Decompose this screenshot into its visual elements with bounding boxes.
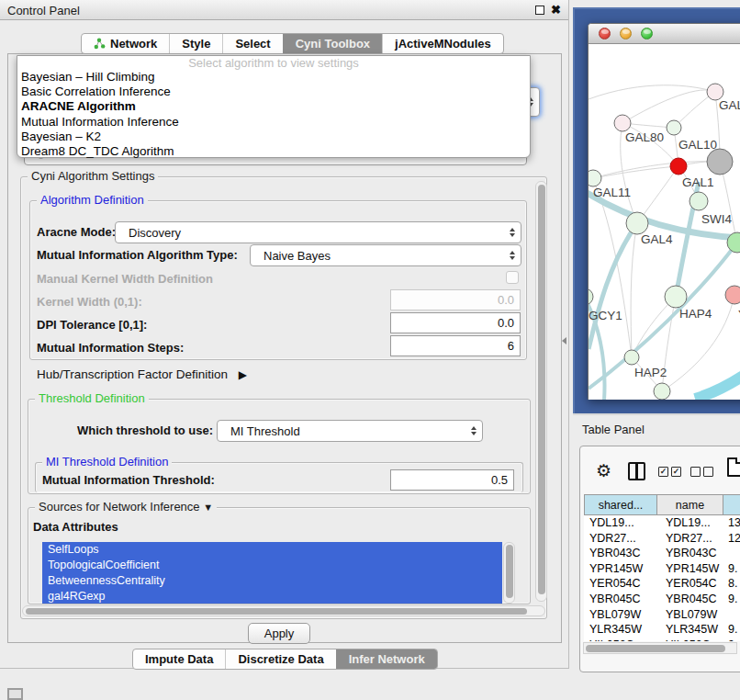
network-window-titlebar[interactable]: [589, 24, 740, 44]
table-cell: YBR045C: [666, 593, 717, 605]
algorithm-option[interactable]: Mutual Information Inference: [17, 115, 530, 130]
algorithm-option[interactable]: Dream8 DC_TDC Algorithm: [17, 144, 530, 159]
window-close-icon[interactable]: [599, 28, 611, 40]
gear-icon[interactable]: ⚙: [596, 460, 611, 481]
tab-infer-network[interactable]: Infer Network: [336, 649, 437, 669]
network-edge[interactable]: [622, 90, 715, 123]
table-cell: YLR345W: [589, 623, 642, 636]
data-attributes-label: Data Attributes: [33, 520, 118, 534]
tab-jactivemnodules[interactable]: jActiveMNodules: [382, 34, 503, 53]
manual-kernel-checkbox[interactable]: [506, 271, 519, 284]
column-header-shared[interactable]: shared...: [584, 494, 657, 515]
network-node-gal10[interactable]: [667, 120, 681, 135]
column-header-name[interactable]: name: [657, 494, 723, 515]
table-row[interactable]: YER054CYER054C8.: [584, 576, 740, 592]
aracne-mode-combobox[interactable]: Discovery: [115, 221, 521, 243]
table-cell: YBL079W: [589, 608, 641, 621]
window-minimize-icon[interactable]: [620, 28, 632, 40]
network-edge[interactable]: [631, 223, 637, 357]
table-row[interactable]: YDR27...YDR27...12: [584, 531, 740, 547]
algorithm-option[interactable]: Bayesian – K2: [17, 130, 530, 144]
combo-arrows-icon: [471, 421, 477, 441]
collapse-down-icon[interactable]: ▼: [203, 502, 213, 513]
kernel-width-value: 0.0: [498, 293, 514, 307]
table-row[interactable]: YLR345WYLR345W9.: [584, 622, 740, 638]
table-row[interactable]: YIL052CYIL052C9: [584, 638, 740, 641]
columns-icon[interactable]: [628, 462, 645, 480]
network-canvas[interactable]: GALGAL80GAL10GAL1GAL11SWI4GAL4GCY1HAP4YH…: [589, 44, 740, 400]
tab-impute-data[interactable]: Impute Data: [133, 649, 225, 669]
table-cell: YPR145W: [589, 562, 643, 575]
network-node-swi4[interactable]: [690, 192, 708, 210]
tab-style[interactable]: Style: [169, 34, 222, 53]
network-view-window: GALGAL80GAL10GAL1GAL11SWI4GAL4GCY1HAP4YH…: [588, 23, 740, 400]
network-node-gal4[interactable]: [626, 212, 648, 234]
network-node-gal11[interactable]: [589, 170, 601, 186]
dpi-tolerance-field[interactable]: 0.0: [390, 312, 521, 333]
checked-box-icon[interactable]: ✓: [671, 467, 681, 477]
network-node-label: GAL1: [682, 175, 714, 189]
tab-network[interactable]: Network: [82, 34, 169, 53]
apply-button[interactable]: Apply: [248, 623, 310, 644]
float-panel-icon[interactable]: [535, 6, 544, 15]
settings-vertical-scrollbar[interactable]: [535, 181, 547, 602]
table-cell: 8.: [728, 577, 737, 590]
algorithm-option[interactable]: ARACNE Algorithm: [17, 99, 530, 114]
network-node-hap2[interactable]: [624, 350, 639, 365]
tab-select[interactable]: Select: [222, 34, 282, 53]
attributes-scrollbar[interactable]: [503, 542, 515, 604]
unchecked-box-icon[interactable]: [703, 467, 713, 477]
kernel-width-field[interactable]: 0.0: [390, 289, 521, 310]
table-cell: YIL052C: [589, 638, 634, 641]
mi-steps-field[interactable]: 6: [390, 335, 521, 356]
mi-threshold-title: MI Threshold Definition: [42, 455, 172, 469]
table-row[interactable]: YBR045CYBR045C9.: [584, 592, 740, 607]
table-horizontal-scrollbar[interactable]: [583, 642, 737, 654]
algorithm-list: Bayesian – Hill ClimbingBasic Correlatio…: [17, 70, 530, 159]
network-node-gal1[interactable]: [670, 158, 687, 175]
tab-cyni-toolbox[interactable]: Cyni Toolbox: [283, 34, 382, 53]
algorithm-option[interactable]: Bayesian – Hill Climbing: [17, 70, 530, 85]
minimized-panel-icon[interactable]: [7, 688, 23, 700]
tab-label: Style: [182, 37, 210, 51]
table-cell: 9: [728, 638, 734, 641]
network-node-gcy1[interactable]: [589, 288, 593, 305]
network-edge[interactable]: [589, 85, 715, 99]
network-node[interactable]: [707, 149, 733, 175]
table-row[interactable]: YBR043CYBR043C: [584, 546, 740, 561]
panel-splitter-handle-icon[interactable]: [562, 337, 566, 344]
close-icon[interactable]: ✖: [551, 3, 561, 17]
network-node-gal80[interactable]: [614, 115, 631, 131]
table-cell: 9.: [728, 593, 737, 605]
attribute-list-item[interactable]: BetweennessCentrality: [42, 573, 502, 589]
table-row[interactable]: YPR145WYPR145W9.: [584, 561, 740, 577]
network-node-hap4[interactable]: [665, 286, 687, 308]
network-node[interactable]: [654, 383, 670, 400]
attribute-list-item[interactable]: gal4RGexp: [42, 589, 502, 604]
network-node-label: SWI4: [701, 212, 732, 226]
which-threshold-combobox[interactable]: MI Threshold: [217, 420, 483, 442]
network-edge[interactable]: [695, 355, 740, 399]
table-row[interactable]: YDL19...YDL19...13: [584, 515, 740, 531]
table-panel-title: Table Panel: [582, 423, 645, 436]
window-zoom-icon[interactable]: [641, 28, 653, 40]
unchecked-box-icon[interactable]: [690, 467, 701, 477]
algorithm-option[interactable]: Basic Correlation Inference: [17, 85, 530, 99]
new-table-icon[interactable]: [727, 457, 740, 477]
attribute-list-item[interactable]: SelfLoops: [42, 542, 502, 558]
mi-type-combobox[interactable]: Naive Bayes: [250, 244, 521, 266]
settings-horizontal-scrollbar[interactable]: [22, 605, 545, 616]
kernel-width-label: Kernel Width (0,1):: [37, 295, 142, 309]
checked-box-icon[interactable]: ✓: [658, 467, 668, 477]
hub-definition-expander[interactable]: Hub/Transcription Factor Definition ▶: [37, 367, 247, 381]
network-node-y[interactable]: [725, 286, 740, 304]
mi-threshold-field[interactable]: 0.5: [390, 469, 514, 491]
table-cell: YBR043C: [589, 547, 641, 559]
attribute-list-item[interactable]: TopologicalCoefficient: [42, 558, 502, 573]
tab-discretize-data[interactable]: Discretize Data: [225, 649, 335, 669]
table-row[interactable]: YBL079WYBL079W: [584, 607, 740, 623]
table-toolbar: ⚙ ✓ ✓: [584, 457, 740, 492]
network-node-label: GAL80: [625, 130, 664, 144]
data-attributes-list[interactable]: SelfLoopsTopologicalCoefficientBetweenne…: [42, 542, 502, 604]
column-header-a[interactable]: A: [723, 494, 740, 515]
